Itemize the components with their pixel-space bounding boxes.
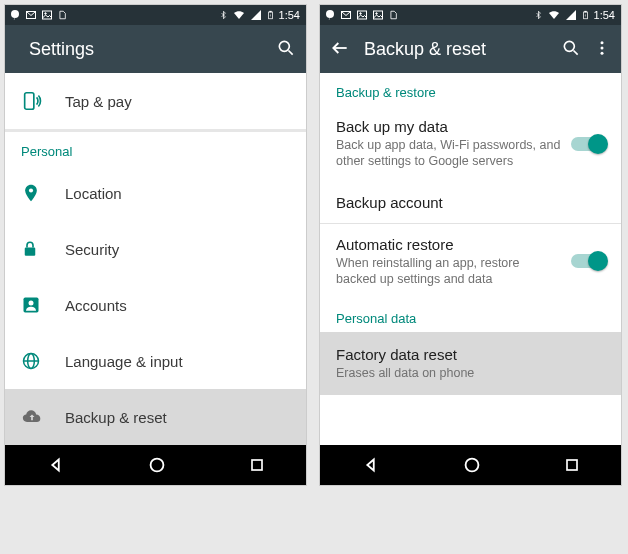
- home-button[interactable]: [461, 454, 483, 476]
- svg-rect-25: [584, 11, 586, 12]
- svg-point-21: [360, 13, 362, 15]
- recents-button[interactable]: [247, 455, 267, 475]
- row-factory-data-reset[interactable]: Factory data reset Erases all data on ph…: [320, 332, 621, 395]
- row-label: Accounts: [65, 297, 127, 314]
- back-button[interactable]: [45, 454, 67, 476]
- row-location[interactable]: Location: [5, 165, 306, 221]
- battery-icon: [266, 9, 275, 21]
- wifi-icon: [232, 9, 246, 21]
- nfc-icon: [21, 90, 65, 112]
- status-time: 1:54: [594, 9, 615, 21]
- image-icon: [41, 9, 53, 21]
- row-title: Backup account: [336, 194, 605, 211]
- svg-rect-20: [358, 11, 367, 19]
- page-title: Settings: [29, 39, 276, 60]
- overflow-menu-icon[interactable]: [593, 39, 611, 60]
- svg-point-18: [326, 10, 334, 18]
- row-subtitle: Back up app data, Wi-Fi passwords, and o…: [336, 137, 563, 170]
- search-icon[interactable]: [276, 38, 296, 61]
- svg-rect-2: [43, 11, 52, 19]
- navigation-bar: [320, 445, 621, 485]
- signal-icon: [565, 9, 577, 21]
- gmail-icon: [25, 9, 37, 21]
- row-title: Automatic restore: [336, 236, 563, 253]
- svg-point-28: [601, 41, 604, 44]
- navigation-bar: [5, 445, 306, 485]
- svg-point-16: [150, 459, 163, 472]
- signal-icon: [250, 9, 262, 21]
- section-header-personal: Personal: [5, 132, 306, 165]
- back-icon[interactable]: [330, 38, 350, 61]
- back-button[interactable]: [360, 454, 382, 476]
- settings-list: Tap & pay Personal Location Security Acc…: [5, 73, 306, 445]
- svg-point-26: [564, 41, 574, 51]
- status-bar: 1:54: [5, 5, 306, 25]
- app-bar: Backup & reset: [320, 25, 621, 73]
- row-subtitle: When reinstalling an app, restore backed…: [336, 255, 563, 288]
- svg-line-27: [574, 50, 578, 54]
- image-icon: [372, 9, 384, 21]
- page-title: Backup & reset: [364, 39, 561, 60]
- row-backup-reset[interactable]: Backup & reset: [5, 389, 306, 445]
- row-subtitle: Erases all data on phone: [336, 365, 605, 381]
- row-title: Back up my data: [336, 118, 563, 135]
- row-title: Factory data reset: [336, 346, 605, 363]
- backup-reset-content: Backup & restore Back up my data Back up…: [320, 73, 621, 445]
- svg-point-30: [601, 51, 604, 54]
- hangouts-icon: [9, 9, 21, 21]
- lock-icon: [21, 239, 65, 259]
- home-button[interactable]: [146, 454, 168, 476]
- svg-point-0: [11, 10, 19, 18]
- svg-rect-22: [374, 11, 383, 19]
- row-label: Location: [65, 185, 122, 202]
- status-time: 1:54: [279, 9, 300, 21]
- wifi-icon: [547, 9, 561, 21]
- svg-point-23: [376, 13, 378, 15]
- account-icon: [21, 295, 65, 315]
- svg-rect-32: [567, 460, 577, 470]
- globe-icon: [21, 351, 65, 371]
- search-icon[interactable]: [561, 38, 581, 61]
- row-label: Tap & pay: [65, 93, 132, 110]
- gmail-icon: [340, 9, 352, 21]
- svg-line-7: [289, 50, 293, 54]
- recents-button[interactable]: [562, 455, 582, 475]
- svg-rect-8: [25, 93, 34, 110]
- row-language-input[interactable]: Language & input: [5, 333, 306, 389]
- row-tap-and-pay[interactable]: Tap & pay: [5, 73, 306, 129]
- row-backup-account[interactable]: Backup account: [320, 182, 621, 223]
- svg-point-31: [465, 459, 478, 472]
- image-icon: [356, 9, 368, 21]
- row-backup-my-data[interactable]: Back up my data Back up app data, Wi-Fi …: [320, 106, 621, 182]
- row-label: Security: [65, 241, 119, 258]
- hangouts-icon: [324, 9, 336, 21]
- svg-rect-5: [269, 11, 271, 12]
- bluetooth-icon: [534, 9, 543, 21]
- sim-icon: [57, 9, 67, 21]
- row-accounts[interactable]: Accounts: [5, 277, 306, 333]
- bluetooth-icon: [219, 9, 228, 21]
- svg-rect-17: [252, 460, 262, 470]
- svg-rect-10: [25, 248, 36, 256]
- svg-point-29: [601, 46, 604, 49]
- section-header-personal-data: Personal data: [320, 299, 621, 332]
- sim-icon: [388, 9, 398, 21]
- svg-point-12: [29, 300, 34, 305]
- location-icon: [21, 183, 65, 203]
- section-header-backup-restore: Backup & restore: [320, 73, 621, 106]
- status-bar: 1:54: [320, 5, 621, 25]
- row-label: Language & input: [65, 353, 183, 370]
- row-automatic-restore[interactable]: Automatic restore When reinstalling an a…: [320, 224, 621, 300]
- svg-point-6: [279, 41, 289, 51]
- cloud-upload-icon: [21, 407, 65, 427]
- battery-icon: [581, 9, 590, 21]
- row-security[interactable]: Security: [5, 221, 306, 277]
- toggle-switch[interactable]: [571, 137, 605, 151]
- right-screen: 1:54 Backup & reset Backup & restore Bac…: [319, 4, 622, 486]
- svg-point-9: [29, 188, 33, 192]
- toggle-switch[interactable]: [571, 254, 605, 268]
- left-screen: 1:54 Settings Tap & pay Personal Locatio…: [4, 4, 307, 486]
- row-label: Backup & reset: [65, 409, 167, 426]
- svg-point-3: [45, 13, 47, 15]
- app-bar: Settings: [5, 25, 306, 73]
